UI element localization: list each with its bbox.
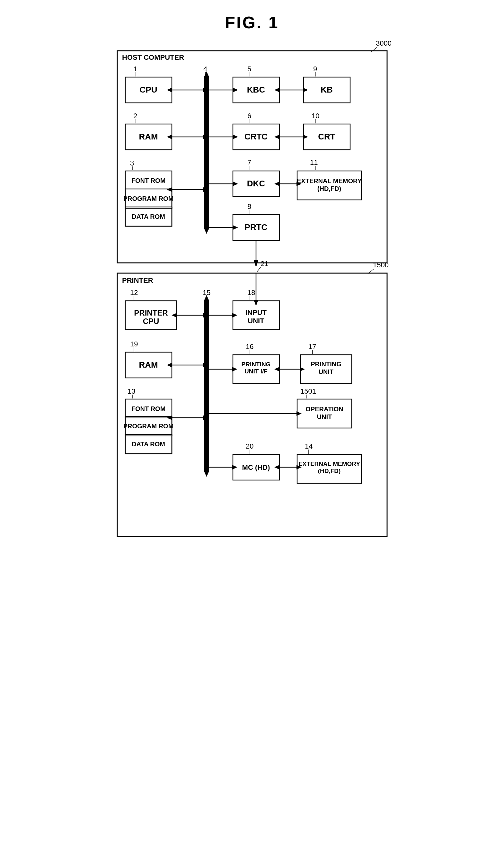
mc-ext-left <box>274 465 279 469</box>
conn-ref-21: 21 <box>261 259 268 268</box>
op-unit-ref: 1501 <box>300 387 316 395</box>
pif-pu-left <box>274 367 279 371</box>
printing-unit-label1: PRINTING <box>311 360 342 368</box>
svg-line-0 <box>371 47 378 52</box>
bus-pif-right <box>232 367 237 371</box>
bus-crtc-right-arrow <box>233 135 238 139</box>
kbc-label: KBC <box>247 85 265 95</box>
prtc-label: PRTC <box>244 222 267 232</box>
font-rom-printer-label: FONT ROM <box>131 405 166 412</box>
kbc-ref: 5 <box>247 65 251 73</box>
dkc-extmem-left-arrow <box>274 182 279 186</box>
kb-label: KB <box>320 85 333 95</box>
ext-mem-printer-label2: (HD,FD) <box>318 468 341 474</box>
bus-shaft <box>204 77 209 228</box>
svg-line-15 <box>257 267 261 272</box>
cpu-ref: 1 <box>133 65 137 73</box>
data-rom-label: DATA ROM <box>132 213 165 220</box>
printer-ref-1500: 1500 <box>373 261 389 269</box>
printing-unit-label2: UNIT <box>318 368 333 375</box>
op-unit-label2: UNIT <box>317 413 332 420</box>
rom-group-printer-ref: 13 <box>127 387 135 395</box>
rom-bus-left-arrow <box>167 187 172 192</box>
ext-mem-host-label2: (HD,FD) <box>317 185 341 192</box>
ram-host-label: RAM <box>139 132 158 141</box>
program-rom-printer-label: PROGRAM ROM <box>123 423 173 430</box>
ram-host-ref: 2 <box>133 112 137 120</box>
printing-if-ref: 16 <box>246 342 254 351</box>
input-unit-label2: UNIT <box>248 317 264 325</box>
bus-op-right <box>296 411 302 416</box>
dkc-label: DKC <box>247 179 265 188</box>
conn-down-arrow <box>254 260 258 267</box>
bus-dkc-right-arrow <box>233 182 238 186</box>
ram-printer-ref: 19 <box>130 340 138 348</box>
crtc-ref: 6 <box>247 112 251 120</box>
kb-ref: 9 <box>313 65 317 73</box>
ext-mem-printer-label1: EXTERNAL MEMORY <box>298 460 360 467</box>
printing-if-label2: UNIT I/F <box>244 368 267 375</box>
cpu-label: CPU <box>139 85 157 95</box>
printer-cpu-label2: CPU <box>143 317 159 325</box>
crtc-crt-right-arrow <box>303 135 308 139</box>
bus-printer-shaft <box>204 301 209 471</box>
crt-ref: 10 <box>312 112 319 120</box>
mc-hd-label: MC (HD) <box>242 464 270 471</box>
mc-hd-ref: 20 <box>246 442 254 450</box>
pif-pu-right <box>300 367 305 371</box>
figure-title: FIG. 1 <box>225 13 279 32</box>
dkc-ref: 7 <box>247 158 251 166</box>
fig-ref: 3000 <box>376 39 392 47</box>
printer-cpu-ref: 12 <box>130 289 138 297</box>
data-rom-printer-label: DATA ROM <box>132 440 165 448</box>
input-unit-label1: INPUT <box>245 308 267 317</box>
input-unit-ref: 18 <box>247 289 255 297</box>
ext-mem-printer-ref: 14 <box>305 442 313 450</box>
host-label: HOST COMPUTER <box>122 53 184 61</box>
ext-mem-host-ref: 11 <box>310 158 318 166</box>
kbc-kb-right-arrow <box>303 88 308 92</box>
font-rom-label: FONT ROM <box>131 177 166 184</box>
crt-label: CRT <box>318 132 335 141</box>
op-unit-label1: OPERATION <box>306 405 343 413</box>
ram-bus-left-arrow <box>167 135 172 139</box>
pcpu-bus-left <box>172 313 177 318</box>
crtc-crt-left-arrow <box>274 135 279 139</box>
page: FIG. 1 3000 HOST COMPUTER 1 CPU 2 RAM 3 … <box>108 13 397 857</box>
bus-printer-down-arrow <box>204 471 209 477</box>
kbc-kb-left-arrow <box>274 88 279 92</box>
bus-kbc-right-arrow <box>233 88 238 92</box>
rom-group-ref: 3 <box>130 159 134 167</box>
cpu-bus-left-arrow <box>167 88 172 92</box>
bus-input-right <box>232 313 237 318</box>
bus-mc-right <box>232 465 237 469</box>
bus-prtc-right-arrow <box>233 225 238 230</box>
prtc-ref: 8 <box>247 202 251 211</box>
crtc-label: CRTC <box>244 132 267 141</box>
program-rom-label: PROGRAM ROM <box>123 195 173 202</box>
ramp-bus-left <box>167 363 172 367</box>
printer-label: PRINTER <box>122 276 153 284</box>
printer-cpu-label1: PRINTER <box>134 308 168 317</box>
printing-unit-ref: 17 <box>308 342 316 351</box>
diagram: 3000 HOST COMPUTER 1 CPU 2 RAM 3 FONT RO… <box>108 35 397 857</box>
ram-printer-label: RAM <box>139 360 158 370</box>
ext-mem-host-label1: EXTERNAL MEMORY <box>296 178 362 184</box>
printing-if-label1: PRINTING <box>241 361 271 368</box>
